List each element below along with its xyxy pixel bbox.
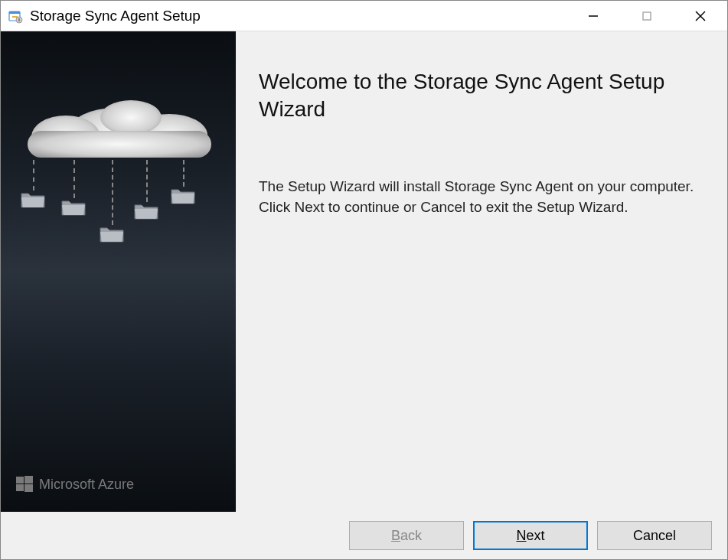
folder-icon: [133, 202, 159, 222]
svg-rect-11: [16, 484, 24, 491]
wizard-heading: Welcome to the Storage Sync Agent Setup …: [259, 68, 697, 124]
cancel-button[interactable]: Cancel: [597, 521, 712, 550]
wizard-body-text: The Setup Wizard will install Storage Sy…: [259, 176, 697, 218]
minimize-button[interactable]: [566, 1, 620, 31]
azure-logo: Microsoft Azure: [16, 476, 134, 493]
titlebar: Storage Sync Agent Setup: [1, 1, 727, 31]
svg-rect-4: [18, 18, 20, 21]
folder-icon: [99, 225, 125, 245]
content-area: Microsoft Azure Welcome to the Storage S…: [1, 31, 727, 512]
wizard-main-panel: Welcome to the Storage Sync Agent Setup …: [236, 31, 727, 512]
window-controls: [566, 1, 727, 31]
back-button: Back: [349, 521, 464, 550]
windows-icon: [16, 476, 33, 493]
svg-rect-2: [12, 16, 18, 18]
folder-icon: [20, 190, 46, 210]
close-button[interactable]: [674, 1, 727, 31]
next-button[interactable]: Next: [473, 521, 588, 550]
wizard-banner-image: Microsoft Azure: [1, 31, 236, 512]
maximize-button: [620, 1, 674, 31]
window-title: Storage Sync Agent Setup: [30, 8, 566, 24]
cloud-graphic: [24, 100, 215, 161]
svg-rect-10: [24, 476, 33, 483]
folder-icon: [60, 198, 87, 218]
button-bar: Back Next Cancel: [1, 512, 727, 559]
svg-rect-9: [16, 477, 24, 483]
svg-rect-6: [643, 12, 651, 20]
folder-icon: [170, 187, 196, 207]
azure-brand-text: Microsoft Azure: [39, 477, 134, 493]
svg-rect-1: [9, 11, 20, 14]
installer-window: Storage Sync Agent Setup: [0, 0, 728, 560]
installer-icon: [7, 8, 24, 24]
svg-rect-12: [24, 484, 33, 492]
